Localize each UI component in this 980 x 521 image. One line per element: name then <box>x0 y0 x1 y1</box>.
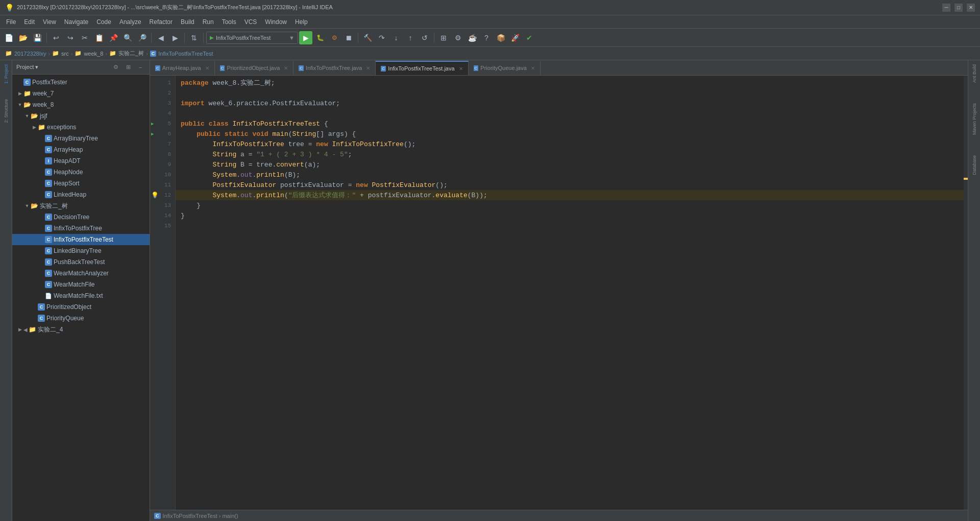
refresh-btn[interactable]: ↺ <box>418 31 431 44</box>
run-button[interactable]: ▶ <box>299 31 312 44</box>
java-icon-1: C <box>155 65 160 71</box>
menu-code[interactable]: Code <box>92 17 115 27</box>
panel-layout-btn[interactable]: ⊞ <box>123 62 133 73</box>
tab-infixtopostfixtreetest[interactable]: C InfixToPostfixTreeTest.java ✕ <box>376 61 468 75</box>
breadcrumb-src[interactable]: src <box>61 51 69 57</box>
tab-infixtopostfixtree[interactable]: C InfixToPostfixTree.java ✕ <box>293 61 376 75</box>
tree-item-arraybinarytree[interactable]: C ArrayBinaryTree <box>12 133 150 144</box>
ant-panel-toggle[interactable]: Ant Build <box>971 62 978 85</box>
tree-item-exceptions[interactable]: ▶ 📁 exceptions <box>12 122 150 133</box>
save-all-button[interactable]: 💾 <box>31 31 44 44</box>
tree-item-jsjf[interactable]: ▼ 📂 jsjf <box>12 110 150 122</box>
menu-file[interactable]: File <box>2 17 20 27</box>
breadcrumb-project[interactable]: 20172328lxy <box>14 51 46 57</box>
tab-priorityqueue[interactable]: C PriorityQueue.java ✕ <box>469 61 541 75</box>
menu-vcs[interactable]: VCS <box>240 17 261 27</box>
tab-prioritizedobject[interactable]: C PrioritizedObject.java ✕ <box>215 61 294 75</box>
settings-btn[interactable]: ⚙ <box>451 31 464 44</box>
panel-gear-btn[interactable]: ⚙ <box>111 62 121 73</box>
tree-item-wearmatchfile[interactable]: C WearMatchFile <box>12 279 150 290</box>
tree-item-priorityqueue[interactable]: C PriorityQueue <box>12 313 150 324</box>
menu-analyze[interactable]: Analyze <box>115 17 145 27</box>
debug-button[interactable]: 🐛 <box>313 31 327 44</box>
step-into-btn[interactable]: ↓ <box>389 31 403 44</box>
close-tab-4[interactable]: ✕ <box>459 66 463 72</box>
breadcrumb-file[interactable]: InfixToPostfixTreeTest <box>158 51 213 57</box>
menu-build[interactable]: Build <box>177 17 199 27</box>
minimize-button[interactable]: ─ <box>942 4 950 12</box>
jump-button[interactable]: ⇅ <box>187 31 201 44</box>
menu-window[interactable]: Window <box>261 17 291 27</box>
tab-arrayheap[interactable]: C ArrayHeap.java ✕ <box>150 61 215 75</box>
panel-collapse-btn[interactable]: − <box>135 62 145 73</box>
tree-item-folder-4[interactable]: ▶ ◀ 📁 实验二_4 <box>12 324 150 335</box>
tree-item-infixtopostfixtree[interactable]: C InfixToPostfixTree <box>12 223 150 234</box>
tree-item-postfixtester[interactable]: C PostfixTester <box>12 77 150 88</box>
find2-button[interactable]: 🔎 <box>135 31 149 44</box>
menu-help[interactable]: Help <box>291 17 312 27</box>
tree-item-folder-tree[interactable]: ▼ 📂 实验二_树 <box>12 200 150 211</box>
close-tab-2[interactable]: ✕ <box>284 65 288 71</box>
sdk-btn[interactable]: ☕ <box>465 31 479 44</box>
copy-button[interactable]: 📋 <box>92 31 106 44</box>
database-panel-toggle[interactable]: Database <box>971 153 978 177</box>
code-content[interactable]: package week_8.实验二_树; import week_6.prac… <box>176 76 964 510</box>
close-button[interactable]: ✕ <box>967 4 975 12</box>
tree-item-heapsort[interactable]: C HeapSort <box>12 178 150 189</box>
menu-refactor[interactable]: Refactor <box>145 17 177 27</box>
line-15: 15 <box>150 221 175 231</box>
close-tab-1[interactable]: ✕ <box>205 65 209 71</box>
menu-view[interactable]: View <box>39 17 60 27</box>
tree-item-prioritizedobject[interactable]: C PrioritizedObject <box>12 301 150 313</box>
cut-button[interactable]: ✂ <box>78 31 91 44</box>
terminal-btn[interactable]: ⊞ <box>437 31 450 44</box>
tree-item-week8[interactable]: ▼ 📂 week_8 <box>12 99 150 110</box>
run-config-dropdown[interactable]: ▶ InfixToPostfixTreeTest ▼ <box>206 32 298 44</box>
tree-item-heapadt[interactable]: I HeapADT <box>12 155 150 167</box>
maven-panel-toggle[interactable]: Maven Projects <box>971 101 978 137</box>
breadcrumb-week8[interactable]: week_8 <box>84 51 103 57</box>
breadcrumb-tree[interactable]: 实验二_树 <box>118 50 144 57</box>
redo-button[interactable]: ↪ <box>64 31 77 44</box>
menu-edit[interactable]: Edit <box>20 17 39 27</box>
maximize-button[interactable]: □ <box>954 4 963 12</box>
tree-item-wearmatchfiletxt[interactable]: 📄 WearMatchFile.txt <box>12 290 150 301</box>
new-file-button[interactable]: 📄 <box>2 31 15 44</box>
open-button[interactable]: 📂 <box>16 31 30 44</box>
tree-item-wearmatchanalyzer[interactable]: C WearMatchAnalyzer <box>12 268 150 279</box>
tree-item-week7[interactable]: ▶ 📁 week_7 <box>12 88 150 99</box>
sdk2-btn[interactable]: 📦 <box>494 31 507 44</box>
tree-item-heapnode[interactable]: C HeapNode <box>12 167 150 178</box>
back-button[interactable]: ◀ <box>154 31 167 44</box>
menu-run[interactable]: Run <box>199 17 218 27</box>
step-out-btn[interactable]: ↑ <box>404 31 417 44</box>
forward-button[interactable]: ▶ <box>168 31 182 44</box>
paste-button[interactable]: 📌 <box>107 31 120 44</box>
close-tab-3[interactable]: ✕ <box>366 65 370 71</box>
sep2 <box>151 33 152 43</box>
help-btn[interactable]: ? <box>480 31 493 44</box>
ok-btn[interactable]: ✔ <box>523 31 536 44</box>
find-button[interactable]: 🔍 <box>121 31 134 44</box>
tree-item-pushbacktreetest[interactable]: C PushBackTreeTest <box>12 256 150 268</box>
menu-tools[interactable]: Tools <box>218 17 240 27</box>
build-btn[interactable]: 🔨 <box>361 31 374 44</box>
undo-button[interactable]: ↩ <box>50 31 63 44</box>
editor-scrollbar[interactable] <box>964 76 968 510</box>
project-label: Project ▾ <box>16 64 109 70</box>
tree-item-linkedbinarytree[interactable]: C LinkedBinaryTree <box>12 245 150 256</box>
coverage-button[interactable]: ⚙ <box>328 31 341 44</box>
close-tab-5[interactable]: ✕ <box>531 65 535 71</box>
menu-navigate[interactable]: Navigate <box>60 17 92 27</box>
tree-item-arrayheap[interactable]: C ArrayHeap <box>12 144 150 155</box>
tree-item-decisiontree[interactable]: C DecisionTree <box>12 211 150 223</box>
tree-item-linkedheap[interactable]: C LinkedHeap <box>12 189 150 200</box>
java-icon-2: C <box>220 65 225 71</box>
code-editor[interactable]: 1 2 3 4 ▶ 5 ▶ 6 7 8 9 10 11 💡 <box>150 76 968 510</box>
tree-item-infixtopostfixtreetest[interactable]: C InfixToPostfixTreeTest <box>12 234 150 245</box>
deploy-btn[interactable]: 🚀 <box>508 31 522 44</box>
project-panel-toggle[interactable]: 1: Project <box>3 62 10 86</box>
structure-panel-toggle[interactable]: 2: Structure <box>3 97 10 125</box>
stop-button[interactable]: ⏹ <box>342 31 355 44</box>
step-over-btn[interactable]: ↷ <box>375 31 388 44</box>
